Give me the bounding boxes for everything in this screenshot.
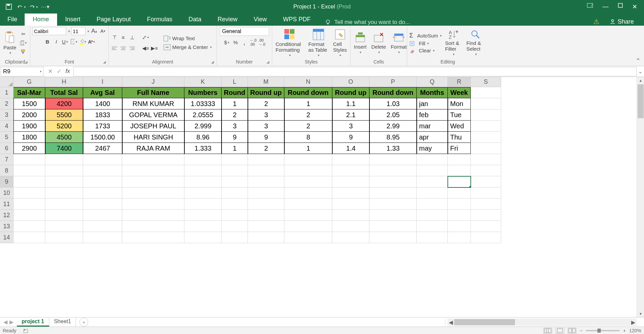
tab-home[interactable]: Home (25, 13, 57, 26)
tab-review[interactable]: Review (209, 13, 246, 26)
expand-formula-bar-icon[interactable]: ⌄ (637, 68, 644, 75)
row-header-6[interactable]: 6 (0, 143, 14, 154)
tab-formulas[interactable]: Formulas (139, 13, 180, 26)
orientation-icon[interactable]: ⤢▾ (142, 34, 149, 41)
cell-J10[interactable] (122, 187, 184, 199)
cell-M11[interactable] (248, 199, 284, 210)
header-cell-S[interactable] (471, 87, 501, 98)
cell-K10[interactable] (184, 187, 222, 199)
tab-file[interactable]: File (0, 13, 25, 26)
cell-N12[interactable] (284, 210, 332, 221)
cell-M2[interactable]: 2 (248, 98, 284, 109)
cell-O7[interactable] (332, 154, 369, 165)
align-bottom-icon[interactable]: ⊥ (128, 34, 136, 41)
cell-G14[interactable] (14, 232, 45, 243)
cell-S4[interactable] (471, 121, 501, 132)
row-header-4[interactable]: 4 (0, 121, 14, 132)
name-box[interactable]: R9▾ (1, 67, 44, 76)
cell-P14[interactable] (369, 232, 417, 243)
format-cells-button[interactable]: Format▾ (389, 32, 408, 54)
sheet-tab-sheet1[interactable]: Sheet1 (49, 317, 76, 327)
cell-R9[interactable] (448, 176, 471, 187)
cell-G4[interactable]: 1900 (14, 121, 45, 132)
cell-K7[interactable] (184, 154, 222, 165)
select-all-corner[interactable] (0, 77, 14, 87)
cell-L9[interactable] (222, 176, 248, 187)
undo-icon[interactable]: ▾ (16, 3, 26, 11)
zoom-in-icon[interactable]: + (623, 328, 626, 333)
cell-P9[interactable] (369, 176, 417, 187)
cell-L4[interactable]: 3 (222, 121, 248, 132)
header-cell-Q[interactable]: Months (417, 87, 448, 98)
font-name-input[interactable] (32, 27, 66, 35)
cell-H2[interactable]: 4200 (45, 98, 83, 109)
ribbon-display-icon[interactable] (587, 3, 593, 10)
decrease-indent-icon[interactable]: ◀≡ (142, 45, 149, 52)
cell-L10[interactable] (222, 187, 248, 199)
cell-M12[interactable] (248, 210, 284, 221)
cell-P10[interactable] (369, 187, 417, 199)
qat-customize-icon[interactable]: ⋯▾ (41, 3, 50, 11)
cell-Q12[interactable] (417, 210, 448, 221)
cell-N2[interactable]: 1 (284, 98, 332, 109)
autosum-button[interactable]: Σ AutoSum▾ (409, 32, 442, 39)
horizontal-scrollbar[interactable]: ◀ ▶ (447, 318, 637, 326)
tab-page-layout[interactable]: Page Layout (88, 13, 139, 26)
cell-M13[interactable] (248, 221, 284, 232)
enter-formula-icon[interactable]: ✓ (57, 68, 61, 75)
col-header-Q[interactable]: Q (417, 77, 448, 87)
cell-N10[interactable] (284, 187, 332, 199)
cell-G10[interactable] (14, 187, 45, 199)
cell-Q3[interactable]: feb (417, 109, 448, 121)
cell-R4[interactable]: Wed (448, 121, 471, 132)
cell-O12[interactable] (332, 210, 369, 221)
fill-button[interactable]: Fill▾ (409, 41, 442, 46)
cell-J12[interactable] (122, 210, 184, 221)
cell-J8[interactable] (122, 165, 184, 176)
cell-R14[interactable] (448, 232, 471, 243)
cell-G7[interactable] (14, 154, 45, 165)
row-header-9[interactable]: 9 (0, 176, 14, 187)
font-color-icon[interactable]: A▾ (88, 38, 95, 45)
cell-K6[interactable]: 1.333 (184, 143, 222, 154)
cell-H7[interactable] (45, 154, 83, 165)
clear-button[interactable]: Clear▾ (409, 48, 442, 53)
row-header-5[interactable]: 5 (0, 132, 14, 143)
cell-G13[interactable] (14, 221, 45, 232)
minimize-icon[interactable]: — (602, 3, 609, 10)
delete-cells-button[interactable]: Delete▾ (370, 32, 387, 54)
cell-G9[interactable] (14, 176, 45, 187)
col-header-N[interactable]: N (284, 77, 332, 87)
cell-K13[interactable] (184, 221, 222, 232)
italic-icon[interactable]: I (53, 38, 60, 45)
cell-L14[interactable] (222, 232, 248, 243)
align-left-icon[interactable] (111, 45, 118, 52)
conditional-formatting-button[interactable]: Conditional Formatting▾ (274, 28, 305, 57)
header-cell-O[interactable]: Round up (332, 87, 369, 98)
insert-cells-button[interactable]: Insert▾ (353, 32, 368, 54)
header-cell-J[interactable]: Full Name (122, 87, 184, 98)
cell-N4[interactable]: 2 (284, 121, 332, 132)
cell-P12[interactable] (369, 210, 417, 221)
new-sheet-button[interactable]: + (79, 318, 88, 327)
share-button[interactable]: Share (610, 18, 634, 25)
row-header-10[interactable]: 10 (0, 187, 14, 199)
tab-insert[interactable]: Insert (57, 13, 88, 26)
col-header-J[interactable]: J (122, 77, 184, 87)
cell-I3[interactable]: 1833 (83, 109, 122, 121)
cell-R3[interactable]: Tue (448, 109, 471, 121)
cell-J11[interactable] (122, 199, 184, 210)
cell-P7[interactable] (369, 154, 417, 165)
font-name-dropdown[interactable]: ▾ (68, 29, 70, 33)
cell-H4[interactable]: 5200 (45, 121, 83, 132)
cell-K3[interactable]: 2.0555 (184, 109, 222, 121)
format-painter-icon[interactable] (20, 48, 27, 55)
row-header-3[interactable]: 3 (0, 109, 14, 121)
borders-icon[interactable]: ▾ (70, 38, 78, 45)
cell-P4[interactable]: 2.99 (369, 121, 417, 132)
cell-H13[interactable] (45, 221, 83, 232)
page-layout-view-icon[interactable] (556, 328, 564, 334)
cell-K2[interactable]: 1.03333 (184, 98, 222, 109)
align-right-icon[interactable] (128, 45, 136, 52)
cell-P3[interactable]: 2.05 (369, 109, 417, 121)
